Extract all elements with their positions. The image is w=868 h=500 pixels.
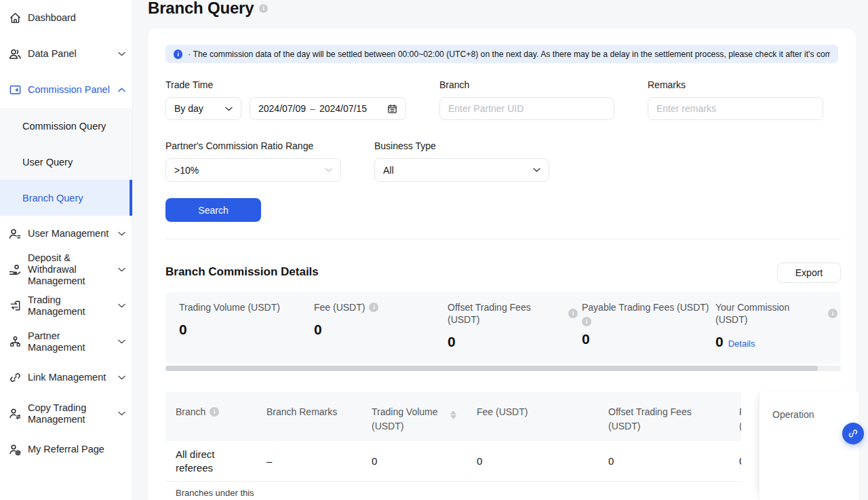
commission-ratio-select[interactable]: >10% (165, 158, 341, 182)
hand-coin-icon (8, 263, 22, 277)
org-tree-icon (8, 335, 22, 349)
sidebar-item-dashboard[interactable]: Dashboard (0, 0, 132, 36)
horizontal-scrollbar-thumb[interactable] (165, 366, 818, 371)
cell-branch: Branches under this (176, 486, 264, 500)
business-type-select[interactable]: All (374, 158, 549, 182)
sidebar-item-commission-query[interactable]: Commission Query (0, 108, 132, 144)
column-header-offset-fees: Offset Trading Fees (USDT) (608, 405, 696, 434)
sidebar-item-label: Commission Query (22, 121, 106, 132)
sort-icon[interactable] (450, 410, 456, 419)
column-header-branch: Branch i (176, 405, 219, 419)
stat-label: Offset Trading Fees (USDT) (448, 301, 564, 326)
info-icon[interactable]: i (210, 407, 219, 417)
page-title: Branch Query (148, 0, 254, 18)
user-arrows-icon (8, 407, 22, 421)
sidebar-item-label: Copy Trading Management (28, 402, 112, 425)
stat-value: 0 (582, 331, 590, 347)
column-header-fee: Fee (USDT) (477, 405, 528, 419)
sidebar-item-link-management[interactable]: Link Management (0, 360, 132, 396)
operation-fixed-column: Operation (759, 392, 859, 500)
info-icon[interactable]: i (568, 309, 578, 318)
remarks-input-wrap (648, 97, 823, 120)
info-icon: i (174, 50, 182, 59)
chevron-down-icon (118, 303, 125, 308)
sidebar-item-data-panel[interactable]: Data Panel (0, 36, 132, 72)
info-icon[interactable]: i (828, 309, 837, 318)
info-icon[interactable]: i (369, 303, 378, 312)
sidebar-item-user-query[interactable]: User Query (0, 144, 132, 180)
column-header-trading-volume[interactable]: Trading Volume (USDT) (372, 405, 446, 434)
horizontal-scrollbar-track (165, 366, 841, 371)
business-type-label: Business Type (374, 140, 436, 151)
sidebar-item-label: Deposit & Withdrawal Management (28, 252, 112, 287)
stat-your-commission: Your Commission (USDT)i 0 Details (715, 301, 837, 350)
column-label: Branch (176, 405, 205, 419)
sidebar-item-trading-management[interactable]: Trading Management (0, 288, 132, 324)
sidebar-item-copy-trading[interactable]: Copy Trading Management (0, 396, 132, 431)
main-content: Branch Query i i · The commission data o… (133, 0, 868, 500)
sidebar-item-branch-query[interactable]: Branch Query (0, 180, 132, 216)
sidebar-item-label: Branch Query (22, 193, 83, 204)
sidebar-item-my-referral-page[interactable]: My Referral Page (0, 431, 132, 467)
stat-value: 0 (314, 322, 322, 338)
stat-label: Your Commission (USDT) (715, 301, 824, 326)
cell-trading-volume: 0 (372, 455, 377, 468)
stat-payable-fees: Payable Trading Fees (USDT) i 0 (582, 301, 711, 347)
trade-time-mode-select[interactable]: By day (165, 97, 241, 120)
remarks-input[interactable] (656, 103, 814, 114)
table-header: Branch i Branch Remarks Trading Volume (… (165, 392, 741, 441)
stat-label: Fee (USDT) (314, 301, 365, 313)
home-icon (8, 12, 22, 25)
floating-link-button[interactable] (842, 423, 864, 444)
trade-time-mode-value: By day (174, 103, 203, 114)
date-range-picker[interactable]: 2024/07/09 – 2024/07/15 (250, 97, 406, 120)
cell-offset-fees: 0 (608, 455, 614, 468)
users-icon (8, 47, 22, 61)
remarks-label: Remarks (648, 79, 686, 90)
sidebar-item-commission-panel[interactable]: Commission Panel (0, 72, 132, 108)
commission-panel-icon (8, 83, 22, 97)
cell-branch-remarks: – (267, 455, 272, 468)
branch-table: Branch i Branch Remarks Trading Volume (… (165, 392, 741, 500)
stat-value: 0 (448, 334, 456, 350)
chevron-down-icon (118, 375, 125, 380)
column-header-payable-fees: Payable Trading Fees (USDT) (739, 405, 741, 434)
commission-ratio-value: >10% (174, 165, 199, 176)
date-separator: – (310, 103, 315, 114)
branch-input-wrap (439, 97, 614, 120)
sidebar: Dashboard Data Panel Commission Panel Co… (0, 0, 133, 500)
page-header: Branch Query i (148, 0, 268, 18)
chevron-down-icon (118, 231, 125, 236)
export-button[interactable]: Export (777, 263, 841, 283)
stat-label: Trading Volume (USDT) (179, 301, 280, 313)
exchange-icon (8, 299, 22, 313)
sidebar-item-label: Commission Panel (28, 84, 112, 96)
column-header-branch-remarks: Branch Remarks (267, 405, 337, 419)
column-label: Fee (USDT) (477, 405, 528, 419)
details-link[interactable]: Details (728, 339, 755, 349)
sidebar-item-partner-management[interactable]: Partner Management (0, 324, 132, 360)
column-label: Branch Remarks (267, 405, 337, 419)
user-plus-icon (8, 443, 22, 457)
sidebar-item-label: User Query (22, 157, 73, 168)
details-heading: Branch Commission Details (165, 265, 319, 279)
sidebar-item-label: Trading Management (28, 294, 112, 318)
chevron-down-icon (118, 339, 125, 344)
date-start: 2024/07/09 (258, 103, 306, 114)
stat-trading-volume: Trading Volume (USDT) 0 (179, 301, 308, 338)
commission-panel-submenu: Commission Query User Query Branch Query (0, 108, 132, 216)
sidebar-item-label: Dashboard (28, 12, 112, 24)
branch-input[interactable] (448, 103, 606, 114)
sidebar-item-label: Partner Management (28, 330, 112, 353)
search-button[interactable]: Search (165, 198, 261, 222)
chevron-down-icon (118, 52, 125, 56)
calendar-icon (387, 104, 397, 114)
page-title-info-icon[interactable]: i (259, 4, 268, 13)
sidebar-item-deposit-withdrawal[interactable]: Deposit & Withdrawal Management (0, 252, 132, 288)
sidebar-item-label: User Management (28, 228, 112, 239)
sidebar-item-user-management[interactable]: User Management (0, 216, 132, 252)
table-row: All direct referees – 0 0 0 0 (165, 441, 741, 482)
user-list-icon (8, 227, 22, 241)
info-icon[interactable]: i (582, 317, 591, 326)
column-label: Offset Trading Fees (USDT) (608, 405, 696, 434)
